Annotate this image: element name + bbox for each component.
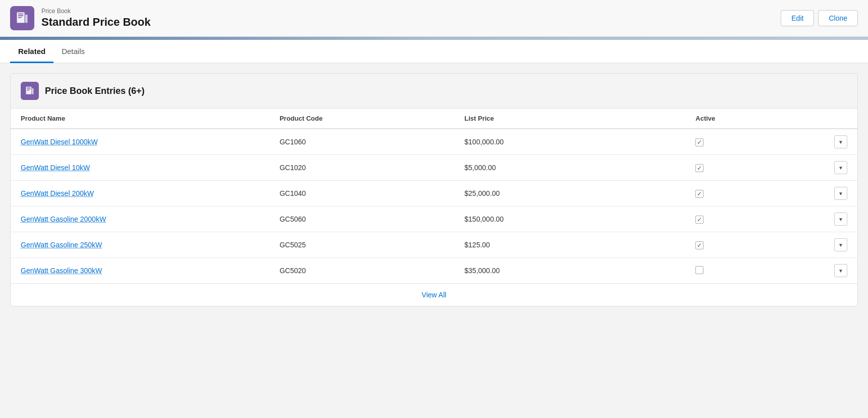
card-icon-svg <box>25 86 35 96</box>
svg-rect-3 <box>18 17 22 18</box>
action-cell: ▼ <box>796 129 857 155</box>
tab-details[interactable]: Details <box>53 40 93 63</box>
table-row: GenWatt Diesel 1000kWGC1060$100,000.00▼ <box>11 129 857 155</box>
table-row: GenWatt Diesel 10kWGC1020$5,000.00▼ <box>11 155 857 181</box>
table-row: GenWatt Gasoline 300kWGC5020$35,000.00▼ <box>11 258 857 284</box>
action-cell: ▼ <box>796 155 857 181</box>
svg-rect-6 <box>27 87 31 88</box>
clone-button[interactable]: Clone <box>818 10 858 26</box>
col-header-product-code: Product Code <box>269 109 454 129</box>
table-row: GenWatt Diesel 200kWGC1040$25,000.00▼ <box>11 181 857 206</box>
product-name-link[interactable]: GenWatt Diesel 200kW <box>21 189 94 197</box>
active-checkbox <box>695 241 703 249</box>
header-title-group: Price Book Standard Price Book <box>41 8 150 29</box>
action-cell: ▼ <box>796 232 857 258</box>
list-price-cell: $25,000.00 <box>454 181 685 206</box>
product-name-link[interactable]: GenWatt Gasoline 300kW <box>21 267 102 275</box>
active-cell <box>685 155 796 181</box>
row-dropdown-button[interactable]: ▼ <box>834 238 847 251</box>
product-code-cell: GC1020 <box>269 155 454 181</box>
price-book-entries-card: Price Book Entries (6+) Product Name Pro… <box>10 73 858 306</box>
row-dropdown-button[interactable]: ▼ <box>834 161 847 174</box>
col-header-action <box>796 109 857 129</box>
product-code-cell: GC1040 <box>269 181 454 206</box>
action-cell: ▼ <box>796 206 857 232</box>
list-price-cell: $5,000.00 <box>454 155 685 181</box>
row-dropdown-button[interactable]: ▼ <box>834 213 847 226</box>
product-name-link[interactable]: GenWatt Diesel 10kW <box>21 164 90 172</box>
col-header-list-price: List Price <box>454 109 685 129</box>
view-all-link[interactable]: View All <box>422 291 447 299</box>
product-code-cell: GC5060 <box>269 206 454 232</box>
product-name-link[interactable]: GenWatt Diesel 1000kW <box>21 138 98 146</box>
page-title: Standard Price Book <box>41 16 150 29</box>
list-price-cell: $100,000.00 <box>454 129 685 155</box>
page-header: Price Book Standard Price Book Edit Clon… <box>0 0 868 37</box>
active-cell <box>685 258 796 284</box>
price-book-icon-svg <box>15 11 29 25</box>
edit-button[interactable]: Edit <box>781 10 814 26</box>
card-title: Price Book Entries (6+) <box>45 86 145 96</box>
action-cell: ▼ <box>796 258 857 284</box>
list-price-cell: $35,000.00 <box>454 258 685 284</box>
active-cell <box>685 232 796 258</box>
active-checkbox <box>695 216 703 224</box>
price-book-entries-table: Product Name Product Code List Price Act… <box>11 109 857 283</box>
table-header-row: Product Name Product Code List Price Act… <box>11 109 857 129</box>
active-checkbox <box>695 138 703 146</box>
svg-rect-9 <box>32 88 33 94</box>
svg-rect-1 <box>18 14 24 15</box>
header-buttons: Edit Clone <box>781 10 858 26</box>
product-name-link[interactable]: GenWatt Gasoline 2000kW <box>21 215 106 223</box>
row-dropdown-button[interactable]: ▼ <box>834 135 847 148</box>
table-row: GenWatt Gasoline 2000kWGC5060$150,000.00… <box>11 206 857 232</box>
svg-rect-7 <box>27 89 31 89</box>
tab-related[interactable]: Related <box>10 40 53 63</box>
product-code-cell: GC5020 <box>269 258 454 284</box>
active-checkbox <box>695 190 703 198</box>
product-name-link[interactable]: GenWatt Gasoline 250kW <box>21 241 102 249</box>
list-price-cell: $125.00 <box>454 232 685 258</box>
svg-rect-8 <box>27 90 29 90</box>
svg-rect-2 <box>18 15 24 16</box>
action-cell: ▼ <box>796 181 857 206</box>
col-header-active: Active <box>685 109 796 129</box>
col-header-product-name: Product Name <box>11 109 269 129</box>
price-book-header-icon <box>10 6 34 30</box>
list-price-cell: $150,000.00 <box>454 206 685 232</box>
tabs-bar: Related Details <box>0 40 868 63</box>
main-content: Price Book Entries (6+) Product Name Pro… <box>0 63 868 317</box>
active-cell <box>685 181 796 206</box>
active-cell <box>685 129 796 155</box>
product-code-cell: GC1060 <box>269 129 454 155</box>
active-checkbox <box>695 266 703 274</box>
row-dropdown-button[interactable]: ▼ <box>834 264 847 277</box>
product-code-cell: GC5025 <box>269 232 454 258</box>
row-dropdown-button[interactable]: ▼ <box>834 187 847 200</box>
card-icon <box>21 82 39 100</box>
header-subtitle: Price Book <box>41 8 150 15</box>
view-all-row: View All <box>11 283 857 306</box>
active-checkbox <box>695 164 703 172</box>
table-row: GenWatt Gasoline 250kWGC5025$125.00▼ <box>11 232 857 258</box>
header-left: Price Book Standard Price Book <box>10 6 150 30</box>
active-cell <box>685 206 796 232</box>
svg-rect-4 <box>25 15 28 23</box>
card-header: Price Book Entries (6+) <box>11 74 857 109</box>
